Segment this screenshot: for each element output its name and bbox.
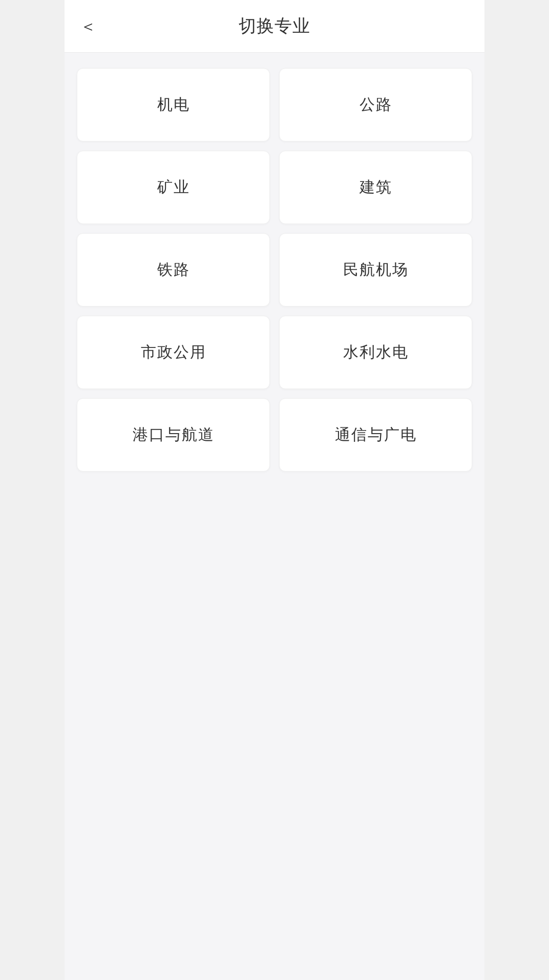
grid-item-label-railway: 铁路 [157,259,190,280]
grid-item-construction[interactable]: 建筑 [279,151,472,224]
grid-item-label-highway: 公路 [360,94,392,115]
back-button[interactable]: ＜ [80,18,96,34]
grid-item-label-mechanical-electrical: 机电 [157,94,190,115]
grid-item-civil-aviation[interactable]: 民航机场 [279,233,472,307]
grid-item-label-civil-aviation: 民航机场 [343,259,409,280]
header: ＜ 切换专业 [65,0,484,53]
grid-item-port-channel[interactable]: 港口与航道 [77,398,270,472]
phone-container: ＜ 切换专业 机电公路矿业建筑铁路民航机场市政公用水利水电港口与航道通信与广电 [65,0,484,980]
grid-item-label-municipal: 市政公用 [141,342,206,363]
grid-item-label-telecom-broadcast: 通信与广电 [335,424,417,445]
grid-item-label-port-channel: 港口与航道 [133,424,215,445]
grid-container: 机电公路矿业建筑铁路民航机场市政公用水利水电港口与航道通信与广电 [77,68,472,472]
grid-item-mechanical-electrical[interactable]: 机电 [77,68,270,141]
grid-item-telecom-broadcast[interactable]: 通信与广电 [279,398,472,472]
grid-item-label-water-conservancy: 水利水电 [343,342,409,363]
grid-item-municipal[interactable]: 市政公用 [77,316,270,389]
content-area: 机电公路矿业建筑铁路民航机场市政公用水利水电港口与航道通信与广电 [65,53,484,487]
grid-item-railway[interactable]: 铁路 [77,233,270,307]
grid-item-label-mining: 矿业 [157,177,190,198]
page-title: 切换专业 [239,14,310,38]
grid-item-label-construction: 建筑 [360,177,392,198]
grid-item-water-conservancy[interactable]: 水利水电 [279,316,472,389]
grid-item-mining[interactable]: 矿业 [77,151,270,224]
grid-item-highway[interactable]: 公路 [279,68,472,141]
